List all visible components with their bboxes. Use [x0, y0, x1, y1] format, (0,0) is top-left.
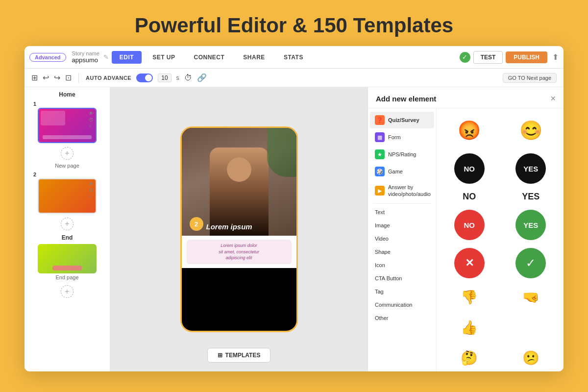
- nps-icon: ★: [375, 149, 385, 159]
- phone-text-line3: adipiscing elit: [191, 255, 288, 261]
- page1-branch-icon[interactable]: ⑂: [89, 123, 94, 129]
- undo-icon[interactable]: ↩: [43, 73, 49, 82]
- thinking-face-btn[interactable]: 🤔: [456, 345, 483, 371]
- test-button[interactable]: TEST: [473, 51, 503, 64]
- fist-btn[interactable]: 🤜: [517, 284, 544, 311]
- close-icon[interactable]: ×: [550, 94, 556, 103]
- add-page-btn-end[interactable]: +: [61, 285, 74, 298]
- advanced-badge[interactable]: Advanced: [29, 53, 66, 62]
- panel-menu-item-form[interactable]: ▦ Form: [370, 129, 434, 146]
- happy-emoji-btn[interactable]: 😊: [514, 113, 548, 147]
- panel-menu-item-communication[interactable]: Communication: [370, 298, 434, 311]
- confused-face-btn[interactable]: 😕: [517, 345, 544, 371]
- edit-pencil-icon[interactable]: ✎: [103, 53, 109, 61]
- end-label: End: [62, 234, 73, 241]
- panel-menu-item-game[interactable]: 🎲 Game: [370, 163, 434, 180]
- story-name-value[interactable]: appsumo: [72, 56, 99, 64]
- end-page-label: End page: [55, 274, 78, 280]
- main-area: Home 1 👁 ⏱ ⑂ +: [24, 87, 564, 371]
- canvas: 1 New page 2 Lorem ipsum Lorem i: [110, 87, 368, 371]
- no-circle-red-btn[interactable]: NO: [441, 208, 498, 242]
- thumbs-up-btn[interactable]: 👍: [456, 315, 483, 341]
- no-circle-black-btn[interactable]: NO: [441, 151, 498, 186]
- redo-icon[interactable]: ↪: [54, 73, 60, 82]
- templates-grid-icon: ⊞: [218, 352, 222, 359]
- headline: Powerful Editor & 150 Templates: [0, 0, 588, 46]
- panel-menu-item-cta[interactable]: CTA Button: [370, 272, 434, 285]
- connect-tab[interactable]: CONNECT: [186, 51, 233, 64]
- edit-tab[interactable]: EDIT: [112, 51, 142, 64]
- panel-title: Add new element: [376, 95, 436, 103]
- setup-tab[interactable]: SET UP: [145, 51, 183, 64]
- goto-button[interactable]: GO TO Next page: [503, 73, 557, 83]
- link-icon[interactable]: 🔗: [197, 73, 207, 82]
- toolbar: ⊞ ↩ ↪ ⊡ AUTO ADVANCE 10 s ⏱ 🔗 GO TO Next…: [24, 69, 564, 87]
- panel-menu-item-image[interactable]: Image: [370, 219, 434, 232]
- x-circle-btn[interactable]: ✕: [441, 246, 498, 280]
- page1-clock-icon[interactable]: ⏱: [89, 117, 94, 122]
- story-name-label: Story name: [72, 50, 99, 56]
- add-new-element-panel: Add new element × ❓ Quiz/Survey ▦ Form ★: [368, 87, 564, 371]
- phone-text-line2: sit amet, consectetur: [191, 249, 288, 255]
- phone-text-line1: Lorem ipsum dolor: [191, 243, 288, 249]
- panel-menu-item-video[interactable]: Video: [370, 232, 434, 245]
- add-page-btn-1[interactable]: +: [61, 147, 74, 160]
- panel-menu-item-answer[interactable]: ▶ Answer by video/photo/audio: [370, 180, 434, 201]
- page2-thumb[interactable]: 👁 ⏱ ⑂: [38, 178, 97, 214]
- seconds-label: s: [176, 74, 179, 81]
- page1-thumb[interactable]: 👁 ⏱ ⑂: [38, 108, 97, 143]
- phone-frame: 2 Lorem ipsum Lorem ipsum dolor sit amet…: [180, 126, 298, 332]
- yes-circle-green-btn[interactable]: YES: [502, 208, 560, 242]
- thumbs-down-btn[interactable]: 👎: [456, 284, 483, 311]
- auto-advance-toggle[interactable]: [136, 74, 153, 82]
- panel-menu-item-icon[interactable]: Icon: [370, 259, 434, 271]
- timer-icon[interactable]: ⏱: [184, 74, 192, 82]
- end-thumb[interactable]: [38, 244, 97, 273]
- page2-number: 2: [33, 172, 36, 177]
- panel-menu-item-tag[interactable]: Tag: [370, 285, 434, 298]
- panel-menu: ❓ Quiz/Survey ▦ Form ★ NPS/Rating 🎲 Game: [368, 108, 437, 371]
- angry-emoji-btn[interactable]: 😡: [452, 113, 487, 147]
- top-bar: Advanced Story name appsumo ✎ EDIT SET U…: [24, 46, 564, 69]
- page1-number: 1: [33, 101, 36, 107]
- status-check: ✓: [460, 52, 470, 63]
- check-circle-btn[interactable]: ✓: [502, 246, 560, 280]
- publish-button[interactable]: PUBLISH: [506, 51, 547, 63]
- panel-menu-item-quiz[interactable]: ❓ Quiz/Survey: [370, 112, 434, 128]
- yes-text-btn[interactable]: YES: [502, 190, 560, 204]
- game-icon: 🎲: [375, 167, 385, 176]
- panel-menu-item-text[interactable]: Text: [370, 206, 434, 219]
- no-text-btn[interactable]: NO: [441, 190, 498, 204]
- share-tab[interactable]: SHARE: [235, 51, 273, 64]
- share-upload-icon[interactable]: ⬆: [552, 52, 559, 62]
- page2-clock-icon[interactable]: ⏱: [89, 188, 94, 193]
- page2-branch-icon[interactable]: ⑂: [89, 194, 94, 199]
- quiz-icon: ❓: [375, 115, 385, 125]
- badge-text: Lorem ipsum: [206, 222, 293, 231]
- camera-icon[interactable]: ⊡: [65, 73, 72, 82]
- panel-content: 😡 😊 NO YES NO: [437, 108, 564, 371]
- panel-menu-item-nps[interactable]: ★ NPS/Rating: [370, 146, 434, 163]
- yes-circle-black-btn[interactable]: YES: [502, 151, 560, 186]
- new-page-label: New page: [55, 163, 79, 169]
- stats-tab[interactable]: STATS: [276, 51, 311, 64]
- app-window: Advanced Story name appsumo ✎ EDIT SET U…: [24, 46, 564, 371]
- form-icon: ▦: [375, 132, 385, 142]
- home-label: Home: [59, 91, 75, 98]
- answer-icon: ▶: [375, 186, 385, 196]
- templates-button[interactable]: ⊞ TEMPLATES: [207, 348, 271, 363]
- panel-menu-item-shape[interactable]: Shape: [370, 245, 434, 258]
- add-page-btn-2[interactable]: +: [61, 218, 74, 230]
- page2-eye-icon[interactable]: 👁: [89, 181, 94, 187]
- layers-icon[interactable]: ⊞: [31, 73, 38, 82]
- panel-menu-item-other[interactable]: Other: [370, 312, 434, 324]
- badge-number: 2: [190, 217, 203, 231]
- auto-advance-label: AUTO ADVANCE: [86, 75, 131, 81]
- sidebar: Home 1 👁 ⏱ ⑂ +: [24, 87, 110, 371]
- auto-advance-seconds[interactable]: 10: [158, 74, 171, 82]
- page1-eye-icon[interactable]: 👁: [89, 111, 94, 116]
